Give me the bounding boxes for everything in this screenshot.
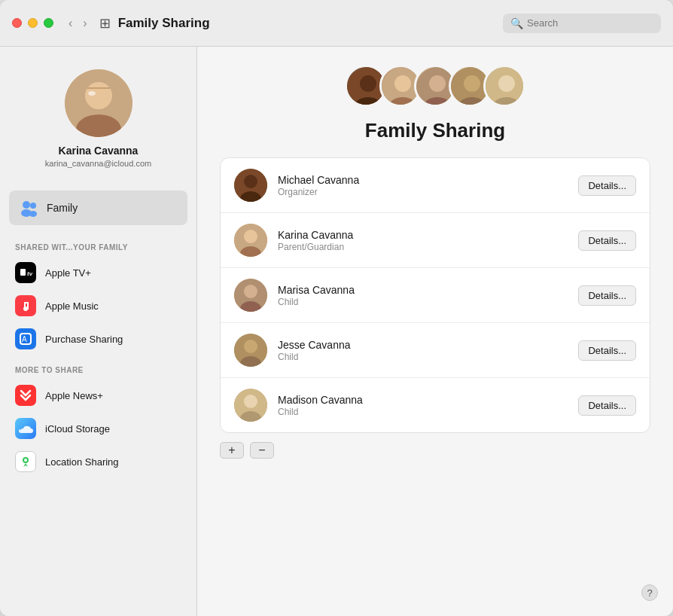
members-table: Michael Cavanna Organizer Details... (220, 157, 650, 433)
member-info-karina: Karina Cavanna Parent/Guardian (278, 229, 568, 252)
sidebar-item-applemusic[interactable]: Apple Music (0, 289, 196, 322)
appletv-label: Apple TV+ (45, 267, 91, 279)
member-role-2: Child (278, 297, 568, 307)
shared-section-header: SHARED WIT...YOUR FAMILY (0, 233, 196, 256)
maximize-button[interactable] (44, 18, 53, 28)
svg-point-5 (23, 201, 30, 209)
app-window: ‹ › ⊞ Family Sharing 🔍 (0, 0, 673, 616)
details-button-3[interactable]: Details... (578, 340, 636, 361)
member-avatar-madison (234, 389, 267, 422)
svg-point-38 (244, 230, 257, 243)
sidebar: Karina Cavanna karina_cavanna@icloud.com… (0, 47, 197, 616)
nav-buttons: ‹ › (65, 15, 90, 32)
member-avatar-marisa (234, 279, 267, 312)
svg-point-35 (244, 175, 257, 188)
add-member-button[interactable]: + (220, 442, 244, 459)
member-name-3: Jesse Cavanna (278, 339, 568, 351)
member-info-marisa: Marisa Cavanna Child (278, 284, 568, 307)
icloud-label: iCloud Storage (45, 423, 110, 435)
svg-point-6 (30, 203, 36, 209)
svg-point-29 (464, 75, 480, 92)
member-avatar-karina (234, 224, 267, 257)
family-avatar-5 (483, 65, 525, 107)
search-input[interactable] (527, 17, 647, 29)
sidebar-item-locationsharing[interactable]: Location Sharing (0, 445, 196, 478)
member-avatar-jesse (234, 334, 267, 367)
applenews-icon (15, 385, 36, 406)
svg-point-44 (244, 340, 257, 353)
applemusic-label: Apple Music (45, 300, 99, 312)
svg-rect-9 (20, 269, 26, 276)
svg-text:A: A (22, 335, 27, 343)
family-avatars (345, 65, 525, 107)
purchasesharing-icon: A (15, 328, 36, 349)
minimize-button[interactable] (28, 18, 38, 28)
grid-button[interactable]: ⊞ (99, 15, 111, 32)
user-email: karina_cavanna@icloud.com (45, 159, 151, 168)
member-role-3: Child (278, 352, 568, 362)
user-avatar (65, 69, 132, 137)
panel-title: Family Sharing (365, 119, 505, 142)
sidebar-item-icloud[interactable]: iCloud Storage (0, 412, 196, 445)
member-name-4: Madison Cavanna (278, 394, 568, 406)
member-name-2: Marisa Cavanna (278, 284, 568, 296)
svg-point-32 (498, 75, 515, 92)
svg-point-47 (244, 395, 257, 408)
search-bar[interactable]: 🔍 (503, 14, 661, 33)
details-button-1[interactable]: Details... (578, 230, 636, 251)
member-name-0: Michael Cavanna (278, 174, 568, 186)
sidebar-item-family[interactable]: Family (9, 191, 187, 225)
member-avatar-michael (234, 169, 267, 202)
member-role-4: Child (278, 407, 568, 417)
member-row-2: Marisa Cavanna Child Details... (221, 268, 650, 323)
sidebar-item-applenews[interactable]: Apple News+ (0, 379, 196, 412)
svg-point-18 (24, 459, 27, 462)
svg-point-41 (244, 285, 257, 298)
bottom-actions: + − (220, 442, 274, 459)
more-section-header: MORE TO SHARE (0, 355, 196, 379)
svg-point-1 (85, 82, 112, 109)
applemusic-icon (15, 295, 36, 316)
details-button-2[interactable]: Details... (578, 285, 636, 306)
user-profile: Karina Cavanna karina_cavanna@icloud.com (0, 62, 196, 183)
close-button[interactable] (12, 18, 22, 28)
svg-point-8 (29, 211, 37, 217)
applenews-label: Apple News+ (45, 390, 103, 401)
member-role-0: Organizer (278, 187, 568, 197)
window-title: Family Sharing (118, 16, 503, 31)
back-button[interactable]: ‹ (65, 15, 75, 32)
traffic-lights (12, 18, 53, 28)
search-icon: 🔍 (510, 17, 523, 29)
svg-point-23 (394, 75, 411, 92)
family-label: Family (47, 202, 78, 214)
locationsharing-label: Location Sharing (45, 456, 119, 468)
remove-member-button[interactable]: − (250, 442, 274, 459)
svg-point-26 (429, 75, 446, 92)
help-button[interactable]: ? (641, 584, 658, 601)
member-row-1: Karina Cavanna Parent/Guardian Details..… (221, 213, 650, 268)
details-button-4[interactable]: Details... (578, 395, 636, 416)
member-row-3: Jesse Cavanna Child Details... (221, 323, 650, 378)
member-row-0: Michael Cavanna Organizer Details... (221, 158, 650, 213)
sidebar-item-appletv[interactable]: tv Apple TV+ (0, 256, 196, 289)
appletv-icon: tv (15, 262, 36, 283)
svg-point-20 (360, 75, 376, 92)
details-button-0[interactable]: Details... (578, 175, 636, 196)
member-info-madison: Madison Cavanna Child (278, 394, 568, 417)
purchasesharing-label: Purchase Sharing (45, 334, 123, 345)
member-info-michael: Michael Cavanna Organizer (278, 174, 568, 197)
member-name-1: Karina Cavanna (278, 229, 568, 241)
sidebar-item-purchasesharing[interactable]: A Purchase Sharing (0, 322, 196, 355)
svg-rect-14 (24, 302, 29, 303)
icloud-icon (15, 418, 36, 439)
titlebar: ‹ › ⊞ Family Sharing 🔍 (0, 0, 673, 47)
main-content: Karina Cavanna karina_cavanna@icloud.com… (0, 47, 673, 616)
svg-point-3 (88, 91, 96, 96)
member-row-4: Madison Cavanna Child Details... (221, 378, 650, 432)
forward-button[interactable]: › (80, 15, 90, 32)
member-role-1: Parent/Guardian (278, 242, 568, 252)
user-name: Karina Cavanna (59, 145, 139, 157)
svg-text:tv: tv (27, 270, 32, 277)
family-icon (20, 198, 39, 218)
content-panel: Family Sharing Michael Cavanna Organizer (197, 47, 673, 616)
